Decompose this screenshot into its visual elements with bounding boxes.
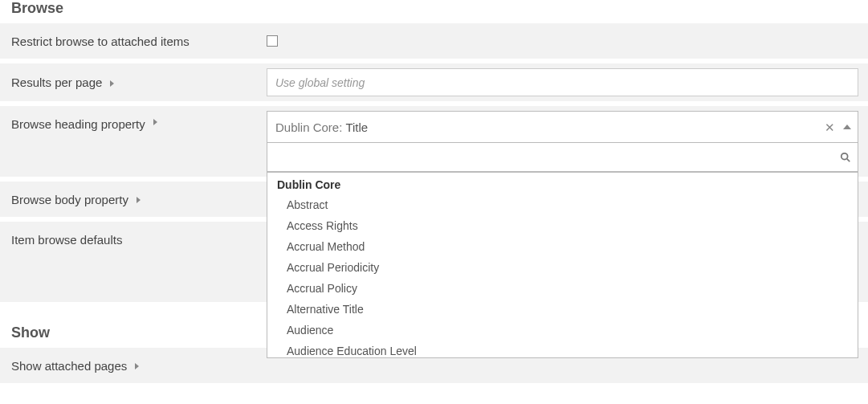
row-heading-property: Browse heading property Dublin Core : Ti… — [0, 106, 868, 177]
body-property-label-text: Browse body property — [11, 193, 128, 206]
restrict-browse-checkbox[interactable] — [267, 35, 278, 47]
svg-line-1 — [847, 158, 850, 161]
heading-property-label-text: Browse heading property — [11, 117, 145, 131]
chevron-right-icon — [153, 119, 157, 125]
property-picker-search-input[interactable] — [274, 143, 840, 171]
svg-point-0 — [842, 153, 848, 159]
search-icon[interactable] — [840, 152, 851, 163]
item-browse-defaults-label: Item browse defaults — [0, 222, 265, 302]
picker-item-accrual-policy[interactable]: Accrual Policy — [267, 278, 858, 299]
picker-item-alternative-title[interactable]: Alternative Title — [267, 299, 858, 320]
property-picker: Dublin Core : Title ✕ D — [267, 111, 858, 172]
picker-group-label: Dublin Core — [267, 173, 858, 194]
show-attached-pages-label-text: Show attached pages — [11, 359, 127, 373]
chevron-right-icon — [110, 80, 114, 87]
body-property-label[interactable]: Browse body property — [0, 182, 265, 217]
heading-property-label[interactable]: Browse heading property — [0, 106, 265, 142]
property-picker-dropdown[interactable]: Dublin Core Abstract Access Rights Accru… — [267, 172, 858, 358]
row-restrict-browse: Restrict browse to attached items — [0, 23, 868, 59]
show-attached-pages-label[interactable]: Show attached pages — [0, 348, 265, 383]
picker-selected-namespace: Dublin Core — [275, 120, 339, 134]
property-picker-selected[interactable]: Dublin Core : Title ✕ — [267, 112, 858, 142]
property-picker-box: Dublin Core : Title ✕ — [267, 111, 858, 172]
picker-item-access-rights[interactable]: Access Rights — [267, 215, 858, 236]
restrict-browse-label: Restrict browse to attached items — [0, 23, 265, 59]
item-browse-defaults-label-text: Item browse defaults — [11, 233, 122, 247]
browse-title: Browse — [0, 0, 868, 23]
results-per-page-field — [265, 63, 868, 101]
results-per-page-label[interactable]: Results per page — [0, 63, 265, 101]
results-per-page-input[interactable] — [267, 68, 858, 96]
property-picker-searchrow — [267, 142, 858, 171]
chevron-right-icon — [135, 363, 139, 369]
picker-item-audience-education-level[interactable]: Audience Education Level — [267, 341, 858, 358]
picker-item-audience[interactable]: Audience — [267, 320, 858, 341]
browse-section: Browse Restrict browse to attached items… — [0, 0, 868, 302]
picker-selected-term: Title — [345, 120, 368, 134]
heading-property-field: Dublin Core : Title ✕ D — [265, 106, 868, 177]
chevron-up-icon[interactable] — [843, 124, 851, 129]
picker-item-abstract[interactable]: Abstract — [267, 194, 858, 215]
results-per-page-label-text: Results per page — [11, 75, 102, 89]
picker-item-accrual-periodicity[interactable]: Accrual Periodicity — [267, 257, 858, 278]
picker-item-accrual-method[interactable]: Accrual Method — [267, 236, 858, 257]
chevron-right-icon — [137, 197, 141, 203]
restrict-browse-label-text: Restrict browse to attached items — [11, 35, 189, 48]
row-results-per-page: Results per page — [0, 63, 868, 101]
picker-selected-sep: : — [339, 120, 342, 134]
clear-icon[interactable]: ✕ — [821, 121, 838, 133]
restrict-browse-field — [265, 23, 868, 59]
